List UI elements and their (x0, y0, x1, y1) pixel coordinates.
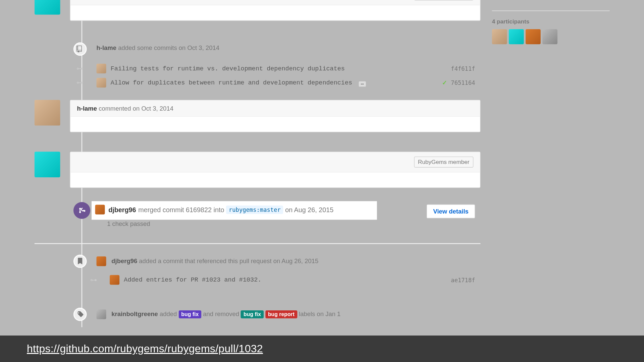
label-tag[interactable]: bug fix (241, 310, 264, 318)
tag-icon (73, 308, 87, 321)
avatar[interactable] (35, 152, 60, 177)
member-badge: RubyGems member (414, 0, 473, 0)
commit-dot-icon: ⊶ (76, 65, 83, 73)
comment-header: RubyGems member (70, 152, 480, 173)
avatar[interactable] (97, 64, 106, 73)
avatar[interactable] (97, 78, 106, 87)
avatar[interactable] (35, 100, 60, 126)
commit-sha[interactable]: ae1718f (451, 277, 480, 283)
ellipsis-toggle[interactable]: … (359, 81, 366, 86)
username-link[interactable]: h-lame (97, 44, 117, 51)
label-tag[interactable]: bug fix (178, 310, 201, 318)
checks-status[interactable]: 1 check passed (107, 220, 150, 235)
comment-header: h-lame commented on Oct 3, 2014 (70, 100, 480, 117)
username-link[interactable]: krainboltgreene (111, 310, 158, 317)
commit-message[interactable]: Added entries for PR #1023 and #1032. (124, 276, 451, 283)
commit-message[interactable]: Failing tests for runtime vs. developmen… (111, 65, 451, 72)
timestamp[interactable]: on Oct 3, 2014 (133, 105, 173, 112)
username-link[interactable]: djberg96 (111, 257, 137, 264)
commit-sha[interactable]: f4f611f (451, 65, 480, 72)
repo-push-icon (73, 43, 87, 56)
participant-avatar[interactable] (526, 29, 541, 44)
avatar[interactable] (97, 309, 106, 319)
comment-header: drbrain commented on Oct 1, 2014 RubyGem… (70, 0, 480, 5)
commit-message[interactable]: Allow for duplicates between runtime and… (111, 79, 442, 86)
bookmark-icon (73, 255, 87, 268)
participant-avatar[interactable] (509, 29, 524, 44)
timestamp[interactable]: on Jan 1 (317, 310, 340, 317)
participant-avatar[interactable] (542, 29, 557, 44)
participant-avatar[interactable] (492, 29, 507, 44)
timestamp[interactable]: on Oct 3, 2014 (179, 44, 219, 51)
url-caption: https://github.com/rubygems/rubygems/pul… (0, 336, 644, 362)
commit-dot-icon: ⊶ (76, 79, 83, 87)
check-success-icon[interactable]: ✓ (442, 79, 447, 86)
member-badge: RubyGems member (414, 157, 473, 168)
timestamp[interactable]: on Aug 26, 2015 (273, 257, 319, 264)
username-link[interactable]: h-lame (77, 105, 97, 112)
commit-dot-icon: ⊶ (90, 276, 97, 284)
git-merge-icon (73, 202, 90, 219)
participants-heading: 4 participants (492, 18, 610, 25)
view-details-button[interactable]: View details (427, 204, 475, 218)
avatar[interactable] (35, 0, 60, 15)
avatar[interactable] (97, 256, 106, 266)
avatar[interactable] (110, 275, 119, 285)
commit-sha[interactable]: 7651164 (451, 79, 480, 86)
label-tag[interactable]: bug report (265, 310, 297, 318)
source-url-link[interactable]: https://github.com/rubygems/rubygems/pul… (27, 343, 263, 355)
